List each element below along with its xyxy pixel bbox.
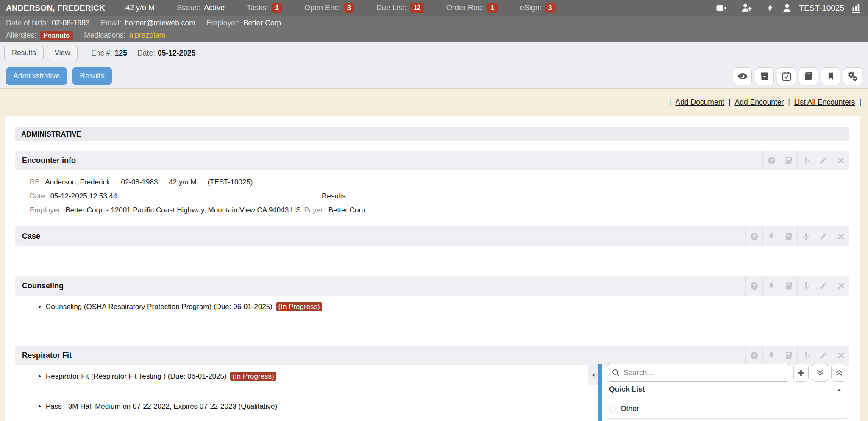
bookmark-icon[interactable] xyxy=(762,346,780,365)
counseling-header: Counseling xyxy=(15,276,849,296)
book-icon[interactable] xyxy=(780,226,797,246)
order-req-counter: Order Req: 1 xyxy=(446,3,498,13)
edit-pencil-icon[interactable] xyxy=(815,226,832,246)
date-row: Date: 05-12-2025 12:53:44 Results xyxy=(30,189,849,203)
chart-notes-button[interactable] xyxy=(799,67,818,85)
link-separator: | xyxy=(859,98,861,106)
triangle-up-icon[interactable] xyxy=(836,387,843,393)
allergy-badge[interactable]: Peanuts xyxy=(40,31,73,40)
payer-value: Better Corp. xyxy=(328,206,367,215)
help-icon[interactable] xyxy=(745,346,762,365)
close-icon[interactable] xyxy=(832,151,849,170)
due-list-count-badge[interactable]: 12 xyxy=(410,3,424,13)
administrative-section-header: ADMINISTRATIVE xyxy=(15,127,849,141)
quicklist-item-divider xyxy=(607,418,847,419)
microphone-icon[interactable] xyxy=(797,226,815,246)
edit-pencil-icon[interactable] xyxy=(815,151,832,170)
archive-button[interactable] xyxy=(755,67,774,85)
bookmark-button[interactable] xyxy=(821,67,840,85)
esign-counter: eSign: 3 xyxy=(520,3,556,13)
enc-number-value: 125 xyxy=(115,49,127,58)
view-tab-button[interactable]: View xyxy=(47,45,78,61)
encounter-info-header: Encounter info xyxy=(15,151,849,170)
enc-employer-label: Employer: xyxy=(30,206,62,215)
item-divider xyxy=(46,393,580,393)
bookmark-icon[interactable] xyxy=(762,276,780,296)
edit-pencil-icon[interactable] xyxy=(815,346,832,365)
tasks-counter: Tasks: 1 xyxy=(247,3,282,13)
help-icon[interactable] xyxy=(745,226,762,246)
settings-button[interactable] xyxy=(843,67,862,85)
quicklist-expand-all-button[interactable] xyxy=(812,364,828,382)
encounter-info-title: Encounter info xyxy=(22,156,76,165)
re-row: RE: Anderson, Frederick 02-08-1983 42 y/… xyxy=(30,175,849,189)
microphone-icon[interactable] xyxy=(797,151,815,170)
add-person-icon[interactable] xyxy=(741,3,752,14)
quick-actions-bolt-icon[interactable] xyxy=(766,3,775,13)
bookmark-icon xyxy=(826,72,835,81)
quicklist-collapse-tab[interactable] xyxy=(588,365,598,385)
results-nav-button[interactable]: Results xyxy=(72,67,111,85)
patient-name[interactable]: ANDERSON, FREDERICK xyxy=(6,3,105,13)
preview-eye-button[interactable] xyxy=(733,67,752,85)
divider xyxy=(759,3,759,13)
quicklist-accent-bar xyxy=(598,364,602,421)
email-label: Email: xyxy=(101,19,122,28)
respirator-fit-title: Respirator Fit xyxy=(22,351,72,360)
section-nav-buttons: Administrative Results xyxy=(6,67,116,85)
list-item[interactable]: Counseling (OSHA Respiratory Protection … xyxy=(46,303,849,315)
email-value: horner@mieweb.com xyxy=(125,19,195,28)
divider xyxy=(734,3,734,13)
add-encounter-link[interactable]: Add Encounter xyxy=(735,98,784,106)
list-item[interactable]: Pass - 3M Half Medium on 07-22-2022, Exp… xyxy=(46,402,849,415)
stats-chart-icon[interactable] xyxy=(851,3,862,14)
book-icon[interactable] xyxy=(780,151,797,170)
re-name: Anderson, Frederick xyxy=(45,178,110,187)
close-icon[interactable] xyxy=(832,346,849,365)
radio-icon[interactable] xyxy=(609,405,616,413)
user-icon[interactable] xyxy=(782,3,792,13)
due-list-counter: Due List: 12 xyxy=(376,3,424,13)
microphone-icon[interactable] xyxy=(797,276,815,296)
caret-left-icon xyxy=(590,372,597,378)
status-badge: (In Progress) xyxy=(230,372,276,381)
help-icon[interactable] xyxy=(762,151,780,170)
link-separator: | xyxy=(729,98,731,106)
demographics-row-1: Date of birth: 02-08-1983 Email: horner@… xyxy=(6,17,862,29)
close-icon[interactable] xyxy=(832,276,849,296)
quicklist-add-button[interactable] xyxy=(793,364,809,382)
case-header: Case xyxy=(15,226,849,246)
user-id[interactable]: TEST-10025 xyxy=(799,3,844,13)
enc-date-label: Date: xyxy=(137,49,155,58)
book-icon[interactable] xyxy=(780,346,797,365)
page: ANDERSON, FREDERICK 42 y/o M Status: Act… xyxy=(0,0,868,421)
results-tab-button[interactable]: Results xyxy=(4,45,44,61)
order-req-count-badge[interactable]: 1 xyxy=(487,3,498,13)
help-icon[interactable] xyxy=(745,276,762,296)
encounter-action-links: | Add Document | Add Encounter | List Al… xyxy=(0,89,868,107)
case-tools xyxy=(745,226,849,246)
add-document-link[interactable]: Add Document xyxy=(675,98,724,106)
close-icon[interactable] xyxy=(832,226,849,246)
status-label: Status: xyxy=(177,3,200,12)
calendar-button[interactable] xyxy=(777,67,796,85)
counseling-items: Counseling (OSHA Respiratory Protection … xyxy=(15,303,849,315)
search-input[interactable] xyxy=(623,368,785,377)
tasks-count-badge[interactable]: 1 xyxy=(272,3,282,13)
employer-label: Employer: xyxy=(206,19,240,28)
video-call-icon[interactable] xyxy=(716,3,727,14)
bookmark-icon[interactable] xyxy=(762,226,780,246)
microphone-icon[interactable] xyxy=(797,346,815,365)
quicklist-item-other[interactable]: Other xyxy=(609,404,639,413)
re-label: RE: xyxy=(30,178,42,187)
search-icon xyxy=(612,368,620,377)
list-all-encounters-link[interactable]: List All Encounters xyxy=(794,98,855,106)
open-enc-count-badge[interactable]: 3 xyxy=(344,3,354,13)
book-icon[interactable] xyxy=(780,276,797,296)
administrative-nav-button[interactable]: Administrative xyxy=(6,67,67,85)
quicklist-collapse-all-button[interactable] xyxy=(831,364,847,382)
edit-pencil-icon[interactable] xyxy=(815,276,832,296)
esign-count-badge[interactable]: 3 xyxy=(545,3,556,13)
allergies-label: Allergies: xyxy=(6,31,36,40)
medication-value[interactable]: alprazolam xyxy=(129,31,165,40)
